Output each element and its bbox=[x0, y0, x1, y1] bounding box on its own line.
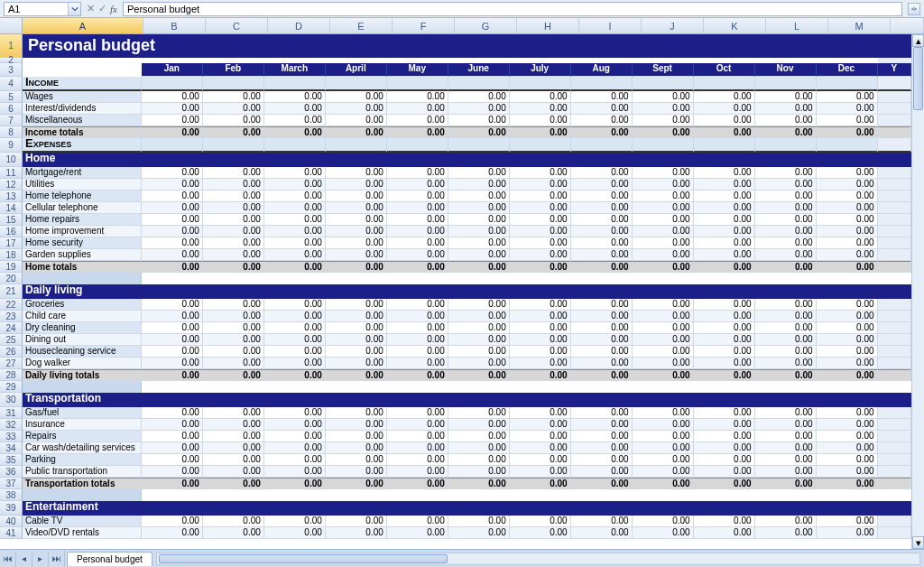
row-header[interactable]: 17 bbox=[0, 237, 23, 249]
row-header[interactable]: 27 bbox=[0, 358, 23, 369]
row-header[interactable]: 30 bbox=[0, 393, 23, 407]
month-header[interactable]: July bbox=[510, 63, 571, 77]
month-header[interactable]: Aug bbox=[571, 63, 633, 77]
col-header-H[interactable]: H bbox=[517, 18, 579, 34]
row-header[interactable]: 34 bbox=[0, 442, 23, 454]
row-label[interactable]: Home security bbox=[23, 237, 142, 249]
month-header[interactable]: Feb bbox=[203, 63, 264, 77]
row-header[interactable]: 35 bbox=[0, 454, 23, 466]
section-heading[interactable]: Expenses bbox=[23, 138, 142, 153]
row-label[interactable]: Child care bbox=[23, 311, 142, 322]
vertical-scrollbar[interactable]: ▴ ▾ bbox=[911, 34, 924, 549]
sheet-body[interactable]: Personal budgetJanFebMarchAprilMayJuneJu… bbox=[23, 34, 911, 549]
row-header[interactable]: 31 bbox=[0, 407, 23, 419]
row-header[interactable]: 25 bbox=[0, 334, 23, 346]
row-label[interactable]: Public transportation bbox=[23, 466, 142, 478]
formula-input[interactable] bbox=[124, 3, 901, 15]
scroll-thumb[interactable] bbox=[913, 47, 923, 110]
row-header[interactable]: 10 bbox=[0, 153, 23, 167]
row-header[interactable]: 41 bbox=[0, 527, 23, 539]
row-label[interactable]: Interest/dividends bbox=[23, 103, 142, 115]
select-all-corner[interactable] bbox=[0, 18, 23, 34]
row-header[interactable]: 16 bbox=[0, 226, 23, 237]
month-header[interactable]: March bbox=[264, 63, 326, 77]
row-label[interactable]: Dry cleaning bbox=[23, 322, 142, 334]
col-header-M[interactable]: M bbox=[828, 18, 891, 34]
subsection-heading[interactable]: Home bbox=[23, 153, 142, 167]
month-header[interactable]: April bbox=[326, 63, 387, 77]
row-label[interactable]: Video/DVD rentals bbox=[23, 527, 142, 539]
col-header-F[interactable]: F bbox=[393, 18, 455, 34]
row-header[interactable]: 32 bbox=[0, 419, 23, 431]
col-header-extra[interactable] bbox=[891, 18, 924, 34]
col-header-I[interactable]: I bbox=[579, 18, 642, 34]
row-label[interactable]: Insurance bbox=[23, 419, 142, 431]
row-label[interactable]: Car wash/detailing services bbox=[23, 442, 142, 454]
cancel-icon[interactable]: ✕ bbox=[87, 3, 95, 14]
col-header-L[interactable]: L bbox=[766, 18, 828, 34]
row-header[interactable]: 11 bbox=[0, 167, 23, 179]
row-label[interactable]: Home improvement bbox=[23, 226, 142, 237]
col-header-E[interactable]: E bbox=[330, 18, 393, 34]
row-header[interactable]: 23 bbox=[0, 311, 23, 322]
row-label[interactable]: Housecleaning service bbox=[23, 346, 142, 358]
accept-icon[interactable]: ✓ bbox=[98, 3, 106, 14]
col-header-B[interactable]: B bbox=[143, 18, 206, 34]
row-header[interactable]: 24 bbox=[0, 322, 23, 334]
fx-icon[interactable]: fx bbox=[110, 4, 117, 14]
row-header[interactable]: 37 bbox=[0, 478, 23, 489]
subsection-heading[interactable]: Entertainment bbox=[23, 501, 142, 516]
row-header[interactable]: 14 bbox=[0, 202, 23, 214]
row-label[interactable]: Home telephone bbox=[23, 191, 142, 202]
row-label[interactable]: Gas/fuel bbox=[23, 407, 142, 419]
name-box-dropdown[interactable] bbox=[68, 3, 80, 15]
row-label[interactable]: Cellular telephone bbox=[23, 202, 142, 214]
formula-expand-icon[interactable] bbox=[908, 3, 920, 15]
row-label[interactable]: Dining out bbox=[23, 334, 142, 346]
row-header[interactable]: 15 bbox=[0, 214, 23, 226]
section-heading[interactable]: Income bbox=[23, 77, 142, 91]
row-label[interactable]: Mortgage/rent bbox=[23, 167, 142, 179]
subsection-heading[interactable]: Daily living bbox=[23, 284, 142, 299]
row-header[interactable]: 7 bbox=[0, 115, 23, 126]
row-header[interactable]: 12 bbox=[0, 179, 23, 191]
month-header[interactable]: Dec bbox=[817, 63, 878, 77]
row-label[interactable]: Utilities bbox=[23, 179, 142, 191]
row-header[interactable]: 5 bbox=[0, 91, 23, 103]
row-header[interactable]: 8 bbox=[0, 126, 23, 138]
row-label[interactable]: Repairs bbox=[23, 431, 142, 442]
name-box-input[interactable] bbox=[5, 4, 68, 14]
row-label[interactable]: Wages bbox=[23, 91, 142, 103]
row-header[interactable]: 18 bbox=[0, 249, 23, 261]
total-label[interactable]: Income totals bbox=[23, 126, 142, 138]
scroll-track[interactable] bbox=[912, 47, 924, 536]
col-header-J[interactable]: J bbox=[642, 18, 704, 34]
row-header[interactable]: 20 bbox=[0, 273, 23, 284]
month-header[interactable]: Jan bbox=[142, 63, 203, 77]
name-box[interactable] bbox=[4, 2, 81, 16]
month-header[interactable]: Nov bbox=[755, 63, 817, 77]
row-header[interactable]: 33 bbox=[0, 431, 23, 442]
month-header[interactable]: Oct bbox=[694, 63, 755, 77]
row-header[interactable]: 4 bbox=[0, 77, 23, 91]
month-header[interactable]: June bbox=[448, 63, 510, 77]
scroll-down-icon[interactable]: ▾ bbox=[912, 536, 924, 549]
row-header[interactable]: 38 bbox=[0, 489, 23, 501]
row-header[interactable]: 36 bbox=[0, 466, 23, 478]
row-header[interactable]: 26 bbox=[0, 346, 23, 358]
row-header[interactable]: 13 bbox=[0, 191, 23, 202]
month-header[interactable]: Sept bbox=[633, 63, 694, 77]
col-header-A[interactable]: A bbox=[23, 18, 143, 34]
row-header[interactable]: 28 bbox=[0, 369, 23, 381]
total-label[interactable]: Home totals bbox=[23, 261, 142, 273]
scroll-up-icon[interactable]: ▴ bbox=[912, 34, 924, 47]
row-header[interactable]: 19 bbox=[0, 261, 23, 273]
row-header[interactable]: 3 bbox=[0, 63, 23, 77]
row-label[interactable]: Miscellaneous bbox=[23, 115, 142, 126]
row-header[interactable]: 22 bbox=[0, 299, 23, 311]
row-label[interactable]: Groceries bbox=[23, 299, 142, 311]
row-label[interactable]: Dog walker bbox=[23, 358, 142, 369]
total-label[interactable]: Transportation totals bbox=[23, 478, 142, 489]
row-header[interactable]: 40 bbox=[0, 516, 23, 527]
row-label[interactable]: Home repairs bbox=[23, 214, 142, 226]
